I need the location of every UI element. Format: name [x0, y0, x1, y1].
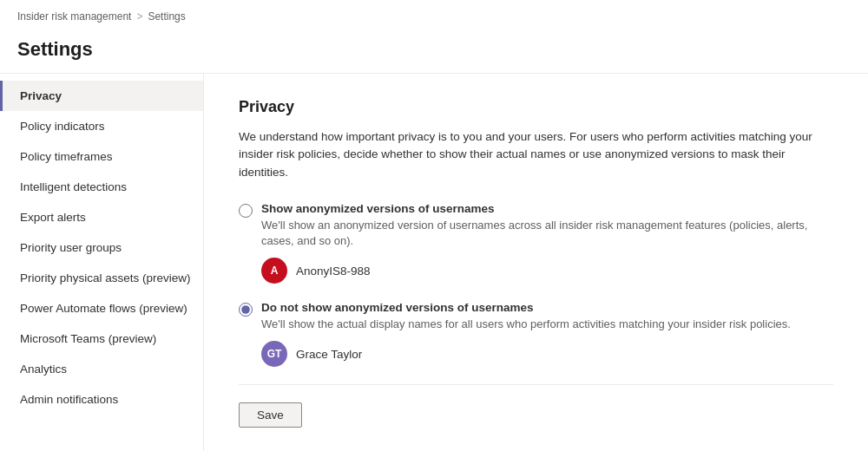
- option2-description: We'll show the actual display names for …: [261, 317, 791, 332]
- option1-avatar: A: [261, 258, 287, 284]
- breadcrumb-parent[interactable]: Insider risk management: [17, 10, 131, 23]
- sidebar-item-analytics[interactable]: Analytics: [0, 354, 203, 384]
- option2-row: Do not show anonymized versions of usern…: [239, 301, 833, 332]
- option1-user-example: A AnonyIS8-988: [261, 258, 833, 284]
- option2-avatar: GT: [261, 341, 287, 367]
- option1-text-block: Show anonymized versions of usernames We…: [261, 202, 833, 249]
- save-button[interactable]: Save: [239, 402, 302, 428]
- content-description: We understand how important privacy is t…: [239, 128, 833, 181]
- sidebar: Privacy Policy indicators Policy timefra…: [0, 74, 204, 451]
- option2-radio-container[interactable]: [239, 303, 253, 319]
- sidebar-item-intelligent-detections[interactable]: Intelligent detections: [0, 172, 203, 202]
- breadcrumb: Insider risk management > Settings: [17, 10, 851, 23]
- divider: [239, 384, 833, 385]
- option2-label[interactable]: Do not show anonymized versions of usern…: [261, 301, 791, 314]
- content-area: Privacy We understand how important priv…: [204, 74, 868, 451]
- sidebar-item-export-alerts[interactable]: Export alerts: [0, 202, 203, 232]
- sidebar-item-priority-physical-assets[interactable]: Priority physical assets (preview): [0, 263, 203, 293]
- option1-label[interactable]: Show anonymized versions of usernames: [261, 202, 833, 215]
- sidebar-item-policy-timeframes[interactable]: Policy timeframes: [0, 141, 203, 172]
- sidebar-item-power-automate[interactable]: Power Automate flows (preview): [0, 293, 203, 324]
- content-title: Privacy: [239, 98, 833, 116]
- sidebar-item-privacy[interactable]: Privacy: [0, 81, 203, 111]
- option1-username: AnonyIS8-988: [296, 265, 371, 278]
- sidebar-item-microsoft-teams[interactable]: Microsoft Teams (preview): [0, 324, 203, 354]
- sidebar-item-policy-indicators[interactable]: Policy indicators: [0, 111, 203, 141]
- option1-description: We'll show an anonymized version of user…: [261, 218, 833, 249]
- breadcrumb-current: Settings: [148, 10, 185, 23]
- main-layout: Privacy Policy indicators Policy timefra…: [0, 74, 868, 451]
- option2-username: Grace Taylor: [296, 348, 362, 361]
- sidebar-item-admin-notifications[interactable]: Admin notifications: [0, 384, 203, 415]
- breadcrumb-separator: >: [136, 10, 142, 23]
- option1-radio[interactable]: [239, 204, 253, 218]
- option2-user-example: GT Grace Taylor: [261, 341, 833, 367]
- option1-row: Show anonymized versions of usernames We…: [239, 202, 833, 249]
- option1-radio-container[interactable]: [239, 204, 253, 220]
- option2-text-block: Do not show anonymized versions of usern…: [261, 301, 791, 332]
- option2-radio[interactable]: [239, 303, 253, 317]
- sidebar-item-priority-user-groups[interactable]: Priority user groups: [0, 232, 203, 263]
- page-title: Settings: [17, 29, 851, 73]
